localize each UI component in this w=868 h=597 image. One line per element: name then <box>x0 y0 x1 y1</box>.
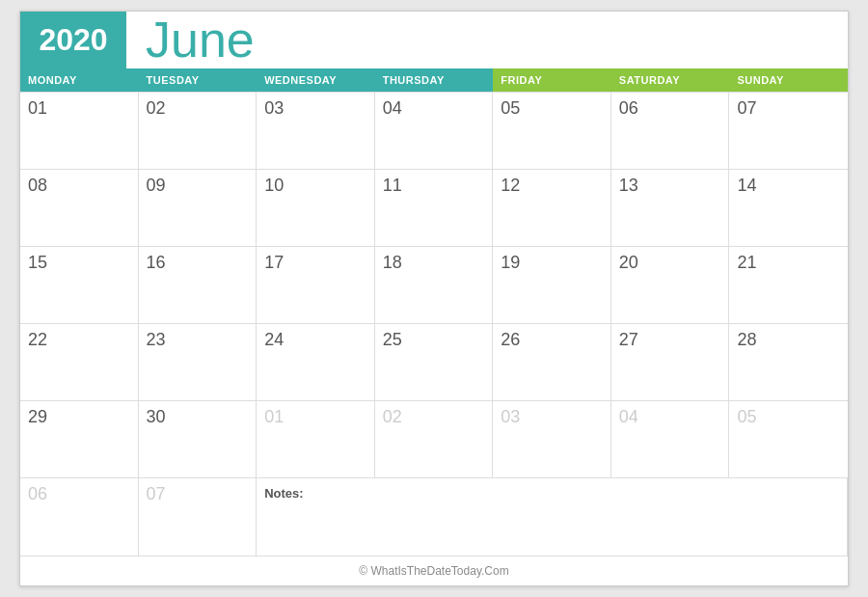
day-cell-w1-d7: 07 <box>729 92 848 169</box>
day-number: 04 <box>383 98 402 118</box>
day-cell-w1-d2: 02 <box>139 92 258 169</box>
day-number: 11 <box>383 176 402 195</box>
calendar: 2020 June MONDAYTUESDAYWEDNESDAYTHURSDAY… <box>19 11 849 585</box>
day-number: 07 <box>737 98 756 118</box>
day-number: 18 <box>383 253 402 272</box>
day-cell-w5-d6: 04 <box>611 400 730 477</box>
day-number: 08 <box>28 176 47 195</box>
day-number: 27 <box>619 330 638 349</box>
day-cell-w1-d5: 05 <box>493 92 611 169</box>
day-number: 25 <box>383 330 402 349</box>
day-cell-w5-d5: 03 <box>493 400 611 477</box>
day-number: 21 <box>737 253 756 272</box>
day-number-extra-2: 07 <box>147 484 166 503</box>
day-number: 24 <box>264 330 284 349</box>
day-number: 26 <box>501 330 520 349</box>
notes-area: Notes: <box>257 478 848 556</box>
day-cell-w3-d7: 21 <box>729 246 848 323</box>
day-cell-w1-d3: 03 <box>257 92 375 169</box>
day-cell-w5-d7: 05 <box>729 400 848 477</box>
day-number: 28 <box>737 330 756 349</box>
day-number: 04 <box>619 407 638 426</box>
calendar-grid: 0102030405060708091011121314151617181920… <box>20 92 848 477</box>
day-cell-w1-d1: 01 <box>20 92 139 169</box>
day-cell-w2-d6: 13 <box>611 169 730 246</box>
day-number: 22 <box>28 330 47 349</box>
day-header-monday: MONDAY <box>20 68 139 92</box>
footer-text: © WhatIsTheDateToday.Com <box>359 564 508 578</box>
day-number: 23 <box>147 330 166 349</box>
day-cell-w1-d4: 04 <box>375 92 494 169</box>
day-number: 17 <box>264 253 284 272</box>
day-number: 13 <box>619 176 638 195</box>
day-cell-w3-d6: 20 <box>611 246 730 323</box>
day-number: 14 <box>737 176 756 195</box>
day-number: 10 <box>264 176 284 195</box>
day-number: 16 <box>147 253 166 272</box>
day-number: 09 <box>147 176 166 195</box>
day-number: 20 <box>619 253 638 272</box>
day-cell-w2-d7: 14 <box>729 169 848 246</box>
day-cell-w2-d4: 11 <box>375 169 494 246</box>
day-header-friday: FRIDAY <box>493 68 611 92</box>
notes-row: 06 07 Notes: <box>20 477 848 556</box>
extra-day-07: 07 <box>139 478 258 556</box>
notes-label: Notes: <box>264 486 303 501</box>
day-cell-w4-d3: 24 <box>257 323 375 400</box>
extra-day-06: 06 <box>20 478 139 556</box>
day-number: 03 <box>264 98 284 118</box>
year-box: 2020 <box>20 12 126 68</box>
day-header-saturday: SATURDAY <box>611 68 730 92</box>
day-number: 02 <box>147 98 166 118</box>
day-cell-w2-d2: 09 <box>139 169 258 246</box>
calendar-header: 2020 June <box>20 12 848 68</box>
day-number-extra-1: 06 <box>28 484 47 503</box>
day-header-thursday: THURSDAY <box>375 68 494 92</box>
day-header-tuesday: TUESDAY <box>139 68 258 92</box>
day-cell-w2-d3: 10 <box>257 169 375 246</box>
day-cell-w3-d2: 16 <box>139 246 258 323</box>
day-number: 02 <box>383 407 402 426</box>
day-cell-w1-d6: 06 <box>611 92 730 169</box>
day-number: 15 <box>28 253 47 272</box>
month-name: June <box>126 13 255 68</box>
day-header-sunday: SUNDAY <box>729 68 848 92</box>
day-headers: MONDAYTUESDAYWEDNESDAYTHURSDAYFRIDAYSATU… <box>20 68 848 92</box>
day-header-wednesday: WEDNESDAY <box>257 68 375 92</box>
day-cell-w2-d1: 08 <box>20 169 139 246</box>
day-cell-w5-d1: 29 <box>20 400 139 477</box>
day-cell-w4-d7: 28 <box>729 323 848 400</box>
day-number: 01 <box>264 407 284 426</box>
day-cell-w3-d5: 19 <box>493 246 611 323</box>
day-number: 05 <box>501 98 520 118</box>
day-number: 12 <box>501 176 520 195</box>
day-cell-w3-d4: 18 <box>375 246 494 323</box>
day-cell-w4-d2: 23 <box>139 323 258 400</box>
day-cell-w5-d4: 02 <box>375 400 494 477</box>
day-number: 01 <box>28 98 47 118</box>
day-number: 05 <box>737 407 756 426</box>
day-cell-w4-d1: 22 <box>20 323 139 400</box>
day-number: 19 <box>501 253 520 272</box>
day-cell-w5-d3: 01 <box>257 400 375 477</box>
day-cell-w4-d6: 27 <box>611 323 730 400</box>
footer: © WhatIsTheDateToday.Com <box>20 556 848 585</box>
day-cell-w5-d2: 30 <box>139 400 258 477</box>
day-cell-w4-d5: 26 <box>493 323 611 400</box>
day-number: 06 <box>619 98 638 118</box>
day-cell-w3-d3: 17 <box>257 246 375 323</box>
day-cell-w2-d5: 12 <box>493 169 611 246</box>
day-number: 03 <box>501 407 520 426</box>
day-number: 30 <box>147 407 166 426</box>
day-cell-w4-d4: 25 <box>375 323 494 400</box>
day-cell-w3-d1: 15 <box>20 246 139 323</box>
day-number: 29 <box>28 407 47 426</box>
